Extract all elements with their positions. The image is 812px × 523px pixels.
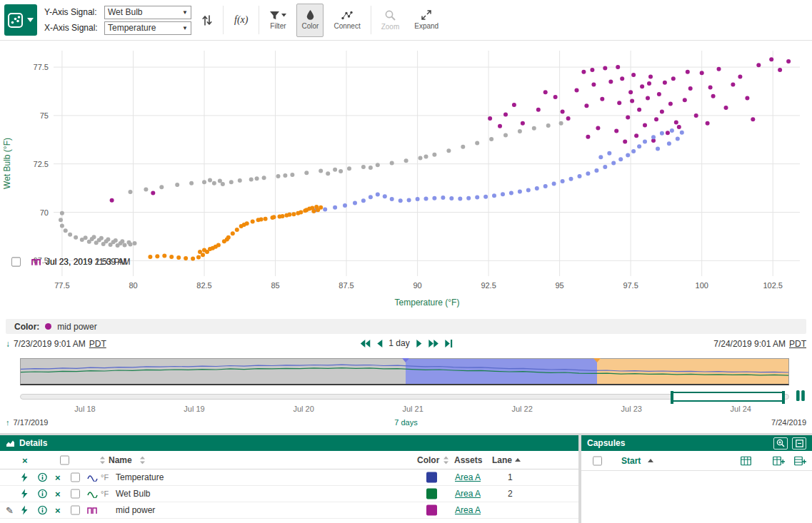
select-caret-icon: ▼ [182,25,188,31]
column-assets[interactable]: Assets [454,455,482,465]
select-all-checkbox[interactable] [60,455,69,464]
details-row-wet-bulb[interactable]: × °F Wet Bulb Area A 2 [0,486,578,502]
display-range-end[interactable]: 7/24/2019 9:01 AM [713,339,786,349]
capsules-title: Capsules [587,438,625,448]
connect-button[interactable]: Connect [329,4,365,37]
x-axis-signal-label: X-Axis Signal: [44,23,100,33]
svg-text:90: 90 [413,281,421,290]
swap-axes-button[interactable] [196,4,218,37]
column-name[interactable]: Name [109,455,132,465]
x-axis-signal-select[interactable]: Temperature ▼ [104,21,191,35]
chevron-down-icon [27,18,34,22]
day-label: Jul 24 [731,405,751,413]
color-button[interactable]: Color [296,4,324,37]
x-axis-signal-value: Temperature [108,23,156,33]
svg-text:72.5: 72.5 [34,160,49,168]
select-caret-icon: ▼ [182,9,188,16]
svg-text:85: 85 [271,281,279,290]
color-legend-bar: Color: mid power [6,319,806,334]
autoscale-icon[interactable] [21,506,29,515]
asset-link[interactable]: Area A [455,472,481,482]
zoom-to-capsule-button[interactable] [773,437,788,450]
timezone-end[interactable]: PDT [789,339,806,349]
info-icon[interactable] [38,489,47,499]
details-row-mid-power[interactable]: ✎ × mid power Area A [0,502,578,519]
investigate-range-duration[interactable]: 7 days [394,418,417,427]
svg-text:87.5: 87.5 [339,281,354,290]
asset-link[interactable]: Area A [455,489,481,499]
step-back-half-button[interactable] [376,339,383,348]
display-range-row: ↓ 7/23/2019 9:01 AM PDT 1 day 7/24/2019 … [0,337,812,354]
select-all-capsules-checkbox[interactable] [593,456,602,465]
day-label: Jul 18 [74,405,95,413]
time-axis-labels: Jul 18Jul 19Jul 20Jul 21Jul 22Jul 23Jul … [20,405,789,415]
sort-asc-icon[interactable] [648,459,653,463]
svg-text:75: 75 [40,111,49,120]
remove-all-icon[interactable]: × [22,455,28,464]
svg-text:77.5: 77.5 [34,63,49,71]
column-start[interactable]: Start [621,456,641,466]
sort-icon[interactable] [443,456,448,464]
column-color[interactable]: Color [417,455,439,465]
step-forward-full-button[interactable] [428,339,439,348]
remove-icon[interactable]: × [55,506,61,515]
remove-icon[interactable]: × [55,473,61,482]
autoscale-icon[interactable] [21,473,29,482]
timezone-start[interactable]: PDT [89,339,106,349]
investigate-range-end[interactable]: 7/24/2019 [771,418,806,427]
step-to-end-button[interactable] [445,339,453,348]
table-icon[interactable] [741,456,751,465]
day-label: Jul 23 [621,405,642,413]
axis-controls: Y-Axis Signal: Wet Bulb ▼ X-Axis Signal:… [44,6,191,35]
svg-text:100: 100 [696,281,708,290]
sort-icon[interactable] [140,456,145,464]
scrollbar-right-handle[interactable] [782,391,785,404]
expand-button[interactable]: Expand [409,4,443,37]
column-lane[interactable]: Lane [492,455,512,465]
scrollbar-selection[interactable] [671,392,784,402]
scatter-plot[interactable]: 77.58082.58587.59092.59597.5100102.567.5… [0,41,812,319]
step-back-full-button[interactable] [359,339,370,348]
investigate-range-start[interactable]: 7/17/2019 [14,418,49,427]
mini-trend-strip[interactable] [20,358,789,385]
add-column-icon[interactable] [773,456,785,465]
condition-capsule-icon [87,506,97,514]
toolbar-separator [371,6,371,34]
info-icon[interactable] [38,473,47,482]
details-row-temperature[interactable]: × °F Temperature Area A 1 [0,469,578,486]
view-selector-button[interactable] [4,4,37,36]
signal-wave-icon [87,473,98,482]
y-axis-signal-select[interactable]: Wet Bulb ▼ [104,6,191,19]
fx-tools-button[interactable]: f(x) [229,11,254,29]
row-checkbox[interactable] [71,473,80,482]
legend-dot [45,323,51,330]
row-checkbox[interactable] [71,506,80,515]
step-forward-half-button[interactable] [416,339,423,348]
add-statistic-icon[interactable] [794,456,806,465]
day-label: Jul 19 [184,405,204,413]
remove-icon[interactable]: × [55,489,61,499]
lane-number: 1 [508,472,513,482]
color-swatch[interactable] [426,489,437,499]
auto-update-pause-icon[interactable] [796,390,806,402]
filter-button[interactable]: Filter [264,4,291,37]
autoscale-icon[interactable] [21,489,29,499]
asset-link[interactable]: Area A [455,505,481,515]
collapse-panel-button[interactable] [792,437,806,450]
item-name: Temperature [116,472,164,482]
scrollbar-left-handle[interactable] [671,391,673,404]
capsules-header: Capsules [581,435,812,451]
lane-number: 2 [508,489,513,499]
sort-asc-icon[interactable] [515,458,521,462]
color-swatch[interactable] [426,472,437,483]
svg-text:102.5: 102.5 [763,281,783,290]
color-swatch[interactable] [426,505,437,516]
step-size-label[interactable]: 1 day [389,338,409,348]
info-icon[interactable] [38,506,47,515]
toolbar-separator [223,6,224,34]
display-range-start[interactable]: 7/23/2019 9:01 AM [14,339,86,349]
svg-text:92.5: 92.5 [481,281,496,290]
sort-icon[interactable] [100,456,105,464]
edit-pencil-icon[interactable]: ✎ [6,505,14,516]
row-checkbox[interactable] [71,489,80,499]
